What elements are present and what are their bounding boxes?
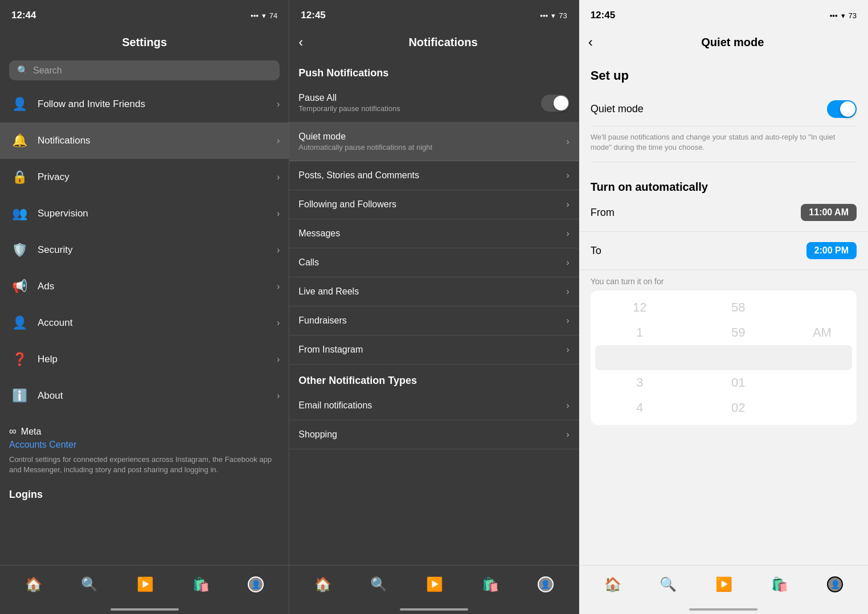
settings-item-privacy[interactable]: 🔒 Privacy › (0, 159, 289, 195)
status-bar-1: 12:44 ▪▪▪ ▾ 74 (0, 0, 289, 27)
picker-min-00-selected[interactable]: 00 (689, 345, 788, 370)
picker-hour-2-selected[interactable]: 2 (591, 345, 689, 370)
tab-shop-2[interactable]: 🛍️ (482, 576, 499, 592)
messages-chevron: › (566, 228, 569, 239)
tab-home-3[interactable]: 🏠 (604, 576, 621, 592)
meta-description: Control settings for connected experienc… (9, 455, 280, 475)
picker-hour-1[interactable]: 1 (591, 320, 689, 345)
picker-am[interactable] (788, 295, 857, 320)
quiet-mode-item[interactable]: Quiet mode Automatically pause notificat… (289, 122, 578, 161)
picker-minutes-column[interactable]: 58 59 00 01 02 (689, 295, 788, 420)
picker-min-59[interactable]: 59 (689, 320, 788, 345)
picker-pm-empty-2 (788, 395, 857, 420)
from-value[interactable]: 11:00 AM (801, 204, 857, 221)
quiet-mode-toggle[interactable] (827, 100, 857, 118)
fundraisers-content: Fundraisers (298, 316, 562, 326)
picker-pm-selected[interactable]: PM (788, 345, 857, 370)
to-value[interactable]: 2:00 PM (806, 242, 857, 259)
settings-item-notifications[interactable]: 🔔 Notifications › (0, 122, 289, 159)
shopping-content: Shopping (298, 429, 562, 440)
time-picker[interactable]: 12 1 2 3 4 58 59 00 01 02 AM PM (591, 290, 857, 425)
privacy-label: Privacy (38, 171, 277, 183)
status-time-1: 12:44 (11, 10, 36, 21)
from-instagram-chevron: › (566, 345, 569, 355)
quiet-mode-page-title: Quiet mode (607, 36, 859, 49)
picker-min-02[interactable]: 02 (689, 395, 788, 420)
settings-item-account[interactable]: 👤 Account › (0, 305, 289, 341)
tab-search-2[interactable]: 🔍 (370, 576, 387, 592)
messages-item[interactable]: Messages › (289, 219, 578, 248)
pause-all-subtitle: Temporarily pause notifications (298, 104, 541, 113)
meta-text: Meta (21, 427, 42, 437)
settings-item-supervision[interactable]: 👥 Supervision › (0, 195, 289, 232)
settings-item-follow[interactable]: 👤 Follow and Invite Friends › (0, 86, 289, 122)
tab-avatar-2[interactable]: 👤 (538, 576, 554, 592)
back-button-3[interactable]: ‹ (588, 34, 607, 50)
search-bar[interactable]: 🔍 Search (9, 60, 280, 80)
ads-icon: 📢 (9, 276, 30, 297)
battery-icon-2: 73 (559, 11, 567, 20)
about-label: About (38, 390, 277, 402)
pause-all-item[interactable]: Pause All Temporarily pause notification… (289, 84, 578, 122)
status-time-3: 12:45 (591, 10, 615, 21)
status-icons-2: ▪▪▪ ▾ 73 (540, 11, 567, 20)
picker-ampm-column[interactable]: AM PM (788, 295, 857, 420)
picker-hour-12[interactable]: 12 (591, 295, 689, 320)
tab-avatar-3[interactable]: 👤 (827, 576, 843, 592)
tab-home-1[interactable]: 🏠 (25, 576, 42, 592)
meta-infinity-icon: ∞ (9, 425, 17, 437)
fundraisers-item[interactable]: Fundraisers › (289, 306, 578, 335)
search-icon: 🔍 (17, 65, 28, 76)
status-icons-3: ▪▪▪ ▾ 73 (830, 11, 857, 20)
quiet-mode-toggle-row: Quiet mode (591, 92, 857, 126)
quiet-mode-subtitle: Automatically pause notifications at nig… (298, 143, 562, 152)
pause-all-toggle[interactable] (541, 95, 570, 112)
picker-hours-column[interactable]: 12 1 2 3 4 (591, 295, 689, 420)
picker-min-58[interactable]: 58 (689, 295, 788, 320)
status-bar-3: 12:45 ▪▪▪ ▾ 73 (579, 0, 868, 27)
calls-title: Calls (298, 257, 562, 268)
setup-title: Set up (591, 68, 857, 83)
notifications-panel: 12:45 ▪▪▪ ▾ 73 ‹ Notifications Push Noti… (289, 0, 579, 614)
picker-am-label[interactable]: AM (788, 320, 857, 345)
tab-shop-1[interactable]: 🛍️ (193, 576, 210, 592)
quiet-mode-content: Quiet mode Automatically pause notificat… (298, 132, 562, 152)
other-notif-header: Other Notification Types (289, 365, 578, 391)
settings-item-security[interactable]: 🛡️ Security › (0, 232, 289, 268)
tab-reels-3[interactable]: ▶️ (715, 576, 732, 592)
calls-item[interactable]: Calls › (289, 248, 578, 277)
fundraisers-title: Fundraisers (298, 316, 562, 326)
tab-reels-1[interactable]: ▶️ (137, 576, 154, 592)
settings-item-about[interactable]: ℹ️ About › (0, 378, 289, 414)
tab-home-2[interactable]: 🏠 (314, 576, 331, 592)
email-notif-item[interactable]: Email notifications › (289, 391, 578, 420)
calls-chevron: › (566, 257, 569, 268)
fundraisers-chevron: › (566, 316, 569, 326)
tab-search-1[interactable]: 🔍 (81, 576, 98, 592)
helper-text: You can turn it on for (579, 270, 868, 290)
follow-label: Follow and Invite Friends (38, 99, 277, 110)
live-reels-item[interactable]: Live and Reels › (289, 277, 578, 306)
settings-item-ads[interactable]: 📢 Ads › (0, 268, 289, 305)
home-indicator-2 (400, 608, 468, 611)
picker-hour-3[interactable]: 3 (591, 370, 689, 395)
accounts-center-link[interactable]: Accounts Center (9, 440, 280, 450)
tab-search-3[interactable]: 🔍 (660, 576, 677, 592)
settings-item-help[interactable]: ❓ Help › (0, 341, 289, 378)
from-row: From 11:00 AM (579, 194, 868, 232)
meta-section: ∞ Meta Accounts Center Control settings … (0, 414, 289, 480)
from-instagram-item[interactable]: From Instagram › (289, 335, 578, 365)
picker-hour-4[interactable]: 4 (591, 395, 689, 420)
posts-stories-item[interactable]: Posts, Stories and Comments › (289, 161, 578, 190)
tab-reels-2[interactable]: ▶️ (426, 576, 443, 592)
shopping-item[interactable]: Shopping › (289, 420, 578, 449)
tab-avatar-1[interactable]: 👤 (248, 576, 264, 592)
back-button-2[interactable]: ‹ (298, 34, 317, 50)
tab-shop-3[interactable]: 🛍️ (771, 576, 788, 592)
meta-logo: ∞ Meta (9, 425, 280, 437)
wifi-icon-3: ▾ (841, 11, 845, 20)
picker-min-01[interactable]: 01 (689, 370, 788, 395)
signal-icon: ▪▪▪ (251, 11, 259, 20)
following-followers-item[interactable]: Following and Followers › (289, 190, 578, 219)
signal-icon-2: ▪▪▪ (540, 11, 548, 20)
